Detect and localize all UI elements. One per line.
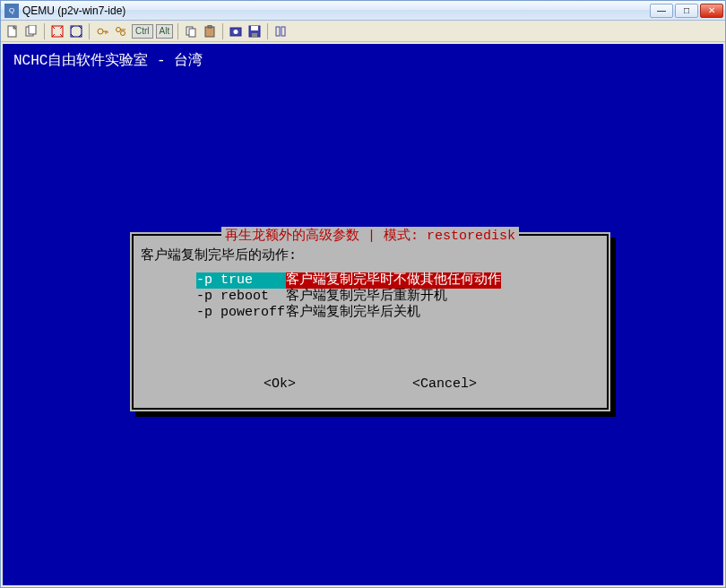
maximize-button[interactable]: □	[675, 4, 698, 18]
cancel-button[interactable]: <Cancel>	[412, 376, 477, 392]
svg-rect-11	[208, 25, 212, 28]
alt-key-button[interactable]: Alt	[156, 24, 174, 39]
keys-icon[interactable]	[94, 23, 110, 39]
window-controls: — □ ✕	[650, 4, 723, 18]
save-icon[interactable]	[246, 23, 263, 39]
option-flag: -p reboot	[196, 289, 286, 305]
fit-icon[interactable]	[68, 23, 84, 39]
svg-rect-16	[252, 33, 257, 37]
paste-icon[interactable]	[202, 23, 218, 39]
svg-rect-2	[29, 25, 36, 34]
new-file-icon[interactable]	[4, 23, 21, 39]
option-flag: -p true	[196, 272, 286, 289]
ok-button[interactable]: <Ok>	[264, 376, 296, 392]
minimize-button[interactable]: —	[650, 4, 673, 18]
option-desc: 客户端复制完毕时不做其他任何动作	[286, 272, 501, 289]
close-button[interactable]: ✕	[700, 4, 723, 18]
svg-rect-17	[276, 27, 280, 36]
svg-rect-9	[189, 29, 195, 37]
svg-point-5	[98, 29, 103, 34]
separator	[177, 23, 178, 39]
svg-rect-10	[205, 27, 214, 37]
option-p-true[interactable]: -p true 客户端复制完毕时不做其他任何动作	[196, 272, 607, 289]
disconnect-icon[interactable]	[272, 23, 289, 39]
guest-display[interactable]: NCHC自由软件实验室 - 台湾 再生龙额外的高级参数 | 模式: restor…	[3, 44, 723, 585]
separator	[44, 23, 45, 39]
separator	[222, 23, 223, 39]
window-title: QEMU (p2v-win7-ide)	[22, 4, 650, 17]
snapshot-icon[interactable]	[228, 23, 244, 39]
svg-point-6	[117, 27, 121, 31]
copy-file-icon[interactable]	[23, 23, 39, 39]
option-p-poweroff[interactable]: -p poweroff 客户端复制完毕后关机	[196, 305, 607, 321]
fullscreen-icon[interactable]	[49, 23, 65, 39]
dialog-box: 再生龙额外的高级参数 | 模式: restoredisk 客户端复制完毕后的动作…	[130, 232, 610, 411]
ctrl-key-button[interactable]: Ctrl	[132, 24, 153, 39]
toolbar: Ctrl Alt	[1, 21, 725, 42]
separator	[267, 23, 268, 39]
dialog-title: 再生龙额外的高级参数 | 模式: restoredisk	[221, 227, 519, 244]
key-combo-icon[interactable]	[113, 23, 129, 39]
qemu-window: Q QEMU (p2v-win7-ide) — □ ✕ Ctrl Alt	[0, 0, 726, 588]
svg-rect-15	[251, 26, 258, 30]
titlebar[interactable]: Q QEMU (p2v-win7-ide) — □ ✕	[1, 1, 725, 21]
option-flag: -p poweroff	[196, 305, 286, 321]
svg-point-7	[121, 30, 125, 35]
option-p-reboot[interactable]: -p reboot 客户端复制完毕后重新开机	[196, 289, 607, 305]
qemu-icon: Q	[4, 4, 19, 18]
banner-text: NCHC自由软件实验室 - 台湾	[10, 51, 716, 70]
console-screen: NCHC自由软件实验室 - 台湾 再生龙额外的高级参数 | 模式: restor…	[10, 51, 716, 578]
option-desc: 客户端复制完毕后关机	[286, 305, 420, 321]
button-row: <Ok> <Cancel>	[134, 376, 607, 392]
separator	[89, 23, 90, 39]
option-list: -p true 客户端复制完毕时不做其他任何动作 -p reboot 客户端复制…	[134, 267, 607, 321]
dialog-title-row: 再生龙额外的高级参数 | 模式: restoredisk	[134, 227, 607, 244]
option-desc: 客户端复制完毕后重新开机	[286, 289, 447, 305]
copy-icon[interactable]	[183, 23, 199, 39]
svg-rect-18	[281, 27, 285, 36]
svg-point-13	[234, 30, 238, 34]
